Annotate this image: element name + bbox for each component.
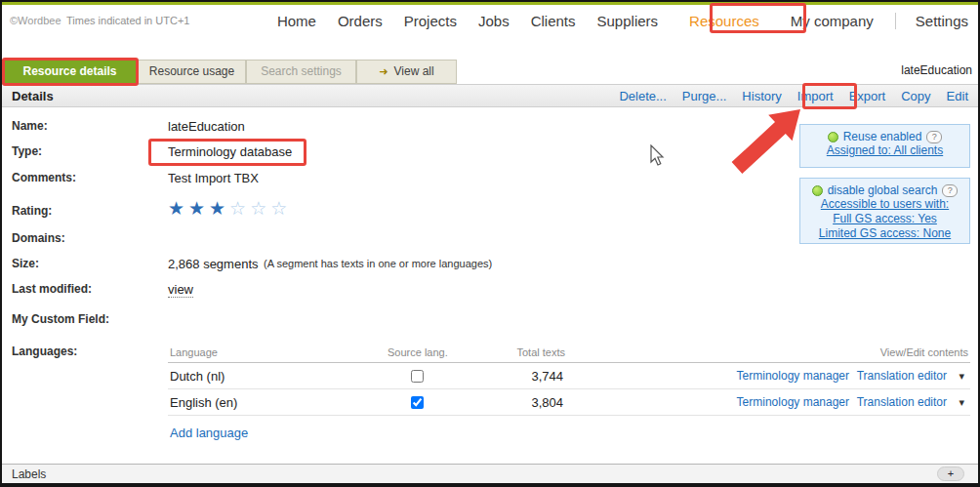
delete-link[interactable]: Delete... [619,89,666,103]
green-status-dot-icon [812,185,823,196]
nav-item-clients[interactable]: Clients [531,13,576,29]
field-size-note: (A segment has texts in one or more lang… [264,258,492,269]
col-header-total-texts: Total texts [516,346,565,358]
purge-link[interactable]: Purge... [682,89,727,103]
terminology-manager-link-dutch[interactable]: Terminology manager [737,369,849,383]
resource-name: lateEducation [901,63,972,77]
export-link[interactable]: Export [849,89,886,103]
language-row-dutch: Dutch (nl) 3,744 Terminology manager Tra… [168,363,970,389]
nav-item-settings[interactable]: Settings [895,13,968,29]
field-custom-label: My Custom Field: [12,312,109,326]
tab-bar: Resource details Resource usage Search s… [2,60,978,84]
source-lang-checkbox-english[interactable] [411,396,424,409]
rating-stars[interactable]: ★★★☆☆☆ [168,197,291,220]
field-domains-label: Domains: [12,231,65,245]
language-row-english: English (en) 3,804 Terminology manager T… [168,389,970,416]
nav-item-my-company[interactable]: My company [791,13,874,29]
help-icon[interactable]: ? [942,184,958,197]
full-gs-access-link[interactable]: Full GS access: Yes [800,212,969,226]
languages-table-header: Language Source lang. Total texts View/E… [168,343,970,363]
field-size-value: 2,868 segments [168,257,259,271]
rating-stars-empty: ☆☆☆ [229,198,291,219]
translation-editor-link-dutch[interactable]: Translation editor [857,369,947,383]
accessible-users-link[interactable]: Accessible to users with: [800,197,969,212]
reuse-panel-header: Reuse enabled ? [800,130,969,143]
limited-gs-access-link[interactable]: Limited GS access: None [800,226,969,241]
reuse-panel-title: Reuse enabled [843,130,922,143]
field-size-label: Size: [12,257,39,270]
nav-item-suppliers[interactable]: Suppliers [597,13,659,29]
labels-title: Labels [12,467,46,481]
details-actions: Delete... Purge... History Import Export… [619,89,968,103]
total-texts-value: 3,744 [531,369,563,384]
field-last-modified-label: Last modified: [12,282,92,296]
terminology-manager-link-english[interactable]: Terminology manager [737,395,849,409]
field-rating-label: Rating: [12,204,52,218]
reuse-panel: Reuse enabled ? Assigned to: All clients [799,124,970,168]
app-window: ©Wordbee Times indicated in UTC+1 Home O… [0,0,980,487]
history-link[interactable]: History [742,89,781,103]
view-link[interactable]: view [168,282,193,298]
edit-link[interactable]: Edit [947,89,968,103]
field-languages-label: Languages: [12,345,77,358]
wordbee-copyright: ©Wordbee [10,15,61,26]
tab-view-all-label: View all [394,64,434,78]
yellow-right-arrow-icon: ➜ [379,65,388,77]
copy-link[interactable]: Copy [901,89,930,103]
nav-item-resources[interactable]: Resources [679,13,769,29]
green-status-dot-icon [828,132,838,142]
tab-view-all[interactable]: ➜View all [356,60,457,84]
languages-table: Language Source lang. Total texts View/E… [168,343,970,416]
translation-editor-dropdown-dutch[interactable]: ▾ [959,370,964,383]
top-bar: ©Wordbee Times indicated in UTC+1 Home O… [2,5,978,37]
source-lang-checkbox-dutch[interactable] [411,370,424,383]
col-header-view-edit: View/Edit contents [880,346,968,358]
tab-search-settings[interactable]: Search settings [246,60,356,84]
field-type-label: Type: [12,144,42,158]
add-label-button[interactable]: + [937,467,964,481]
col-header-source-lang: Source lang. [388,346,448,358]
rating-stars-filled: ★★★ [168,198,229,219]
language-name: English (en) [170,395,237,410]
assigned-to-link[interactable]: Assigned to: All clients [800,143,969,158]
details-title: Details [12,89,54,103]
nav-item-orders[interactable]: Orders [338,13,383,29]
language-name: Dutch (nl) [170,369,225,384]
global-search-panel-header: disable global search ? [800,183,969,197]
import-link[interactable]: Import [797,89,834,103]
help-icon[interactable]: ? [926,131,942,143]
labels-bar: Labels + [2,464,978,483]
tab-resource-usage[interactable]: Resource usage [138,60,246,84]
global-search-panel: disable global search ? Accessible to us… [799,178,970,244]
field-comments-label: Comments: [12,171,76,184]
nav-item-home[interactable]: Home [277,13,316,29]
field-name-value: lateEducation [168,119,245,134]
col-header-language: Language [170,346,218,358]
global-search-panel-title: disable global search [828,183,938,197]
nav-item-jobs[interactable]: Jobs [478,13,510,29]
add-language-link[interactable]: Add language [170,426,248,440]
translation-editor-link-english[interactable]: Translation editor [857,395,947,409]
translation-editor-dropdown-english[interactable]: ▾ [959,396,964,409]
field-name-label: Name: [12,119,48,133]
main-nav: Home Orders Projects Jobs Clients Suppli… [277,5,968,37]
nav-item-projects[interactable]: Projects [404,13,457,29]
total-texts-value: 3,804 [531,395,563,410]
details-header-bar: Details Delete... Purge... History Impor… [2,84,978,107]
timezone-note: Times indicated in UTC+1 [66,15,189,26]
tab-resource-details[interactable]: Resource details [2,60,138,84]
field-type-value: Terminology database [168,144,292,159]
field-comments-value: Test Import TBX [168,171,259,185]
